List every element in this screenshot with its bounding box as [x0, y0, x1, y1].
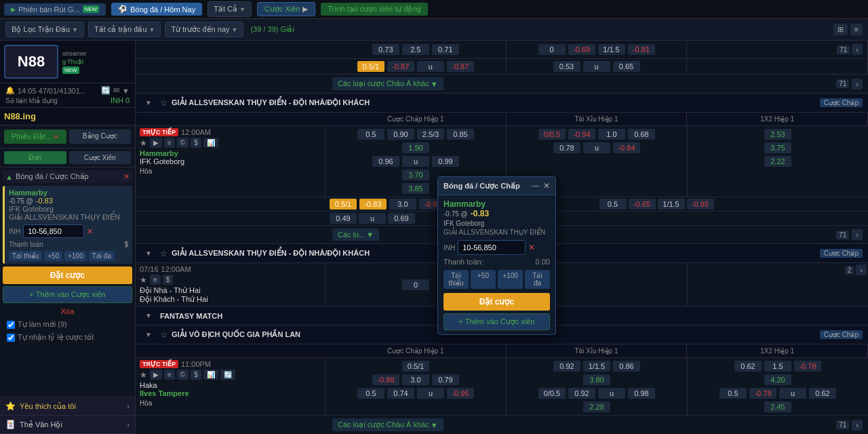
- odd-btn[interactable]: 2.53: [764, 129, 791, 140]
- odd-btn[interactable]: 0.79: [432, 374, 459, 385]
- odd-btn[interactable]: 0.49: [330, 213, 357, 224]
- play-btn[interactable]: ▶: [150, 138, 162, 148]
- odd-btn[interactable]: 2.28: [583, 401, 610, 412]
- tab-phieu-dat[interactable]: Phiếu Đặt... ✕: [4, 130, 66, 144]
- bet-amount-input[interactable]: [23, 224, 84, 238]
- odd-btn[interactable]: 2.5/3: [417, 129, 444, 140]
- popup-minimize-btn[interactable]: —: [532, 181, 539, 191]
- more-bets-btn[interactable]: Các loại cược Châu Á khác ▼: [332, 77, 443, 90]
- nav-btn-haka[interactable]: ›: [852, 420, 863, 431]
- odd-btn[interactable]: u: [583, 142, 610, 153]
- btn-max[interactable]: Tối đa: [89, 251, 115, 261]
- odd-btn[interactable]: 1.0: [598, 129, 625, 140]
- odd-btn[interactable]: 0.99: [432, 156, 459, 167]
- btn-plus50[interactable]: +50: [44, 251, 62, 261]
- subtab-don[interactable]: Đơn: [4, 151, 66, 164]
- odd-btn[interactable]: -0.87: [447, 61, 474, 72]
- odd-btn[interactable]: 0.92: [568, 388, 595, 399]
- odd-btn[interactable]: -0.83: [359, 199, 387, 210]
- league-tag-2[interactable]: Cược Chấp: [820, 249, 863, 258]
- grid-view-btn[interactable]: ⊞: [833, 24, 848, 35]
- odd-btn[interactable]: 0/0.5: [538, 129, 566, 140]
- highlighted-odd-btn[interactable]: 0.5/1: [330, 199, 357, 210]
- popup-btn-min[interactable]: Tối thiểu: [443, 270, 469, 289]
- auto-odds-checkbox[interactable]: Tự nhận tỷ lệ cược tốt: [3, 331, 132, 344]
- odd-btn[interactable]: 0/0.5: [538, 388, 566, 399]
- odd-btn[interactable]: -0.94: [568, 129, 595, 140]
- odd-btn[interactable]: 4.20: [764, 374, 791, 385]
- odd-btn[interactable]: -0.95: [447, 388, 474, 399]
- popup-amount-input[interactable]: [458, 240, 526, 255]
- odd-btn[interactable]: -0.78: [794, 361, 821, 372]
- odd-btn[interactable]: 0.74: [387, 388, 414, 399]
- odd-btn[interactable]: 2.5: [402, 44, 429, 55]
- list-btn[interactable]: ≡: [164, 138, 175, 148]
- btn-plus100[interactable]: +100: [64, 251, 87, 261]
- list-btn-3[interactable]: ≡: [164, 370, 175, 380]
- odd-btn[interactable]: 3.70: [402, 170, 429, 180]
- odd-btn[interactable]: 1.5: [764, 361, 791, 372]
- footer-yeu-thich[interactable]: ⭐ Yêu thích của tôi ›: [0, 397, 135, 416]
- list-view-btn[interactable]: ≡: [850, 24, 863, 35]
- dollar-btn-2[interactable]: $: [163, 275, 174, 285]
- nav-btn[interactable]: ›: [852, 79, 863, 90]
- popup-btn-100[interactable]: +100: [498, 270, 523, 289]
- popup-btn-50[interactable]: +50: [471, 270, 496, 289]
- dollar-btn-3[interactable]: $: [191, 370, 201, 380]
- match-star-icon-3[interactable]: ★: [140, 370, 147, 380]
- filter-tran-dau[interactable]: Bộ Lọc Trận Đấu ▼: [5, 22, 84, 37]
- odd-btn[interactable]: 0.96: [372, 156, 399, 167]
- delete-bet-btn[interactable]: Xóa: [3, 304, 132, 318]
- match-star-icon[interactable]: ★: [140, 138, 147, 148]
- odd-btn[interactable]: u: [402, 156, 429, 167]
- odd-btn[interactable]: -0.78: [749, 388, 776, 399]
- add-parlay-btn[interactable]: + Thêm vào Cược xiên: [3, 286, 132, 303]
- tab-cuoc-xien[interactable]: Cược Xiên ▶: [257, 2, 316, 16]
- odd-btn[interactable]: -0.87: [387, 61, 414, 72]
- match-star-icon-2[interactable]: ★: [140, 275, 147, 285]
- odd-btn[interactable]: 3.80: [583, 374, 610, 385]
- odd-btn[interactable]: 1/1.5: [598, 44, 625, 55]
- auto-refresh-checkbox[interactable]: Tự làm mới (9): [3, 318, 132, 331]
- place-bet-btn[interactable]: Đặt cược: [3, 267, 132, 284]
- league-tag[interactable]: Cược Chấp: [820, 98, 863, 107]
- btn-min[interactable]: Tối thiểu: [9, 251, 42, 261]
- chart-btn-3[interactable]: 📊: [203, 370, 218, 380]
- league-star-icon-3[interactable]: ☆: [160, 330, 167, 340]
- odd-btn[interactable]: -0.88: [372, 374, 399, 385]
- odd-btn[interactable]: 0.53: [553, 61, 580, 72]
- coin-btn[interactable]: ©: [177, 138, 189, 148]
- score-btn[interactable]: 0: [402, 279, 429, 290]
- odd-btn[interactable]: 3.85: [402, 183, 429, 194]
- odd-btn[interactable]: -0.65: [629, 199, 656, 210]
- close-bet-btn[interactable]: ✕: [123, 172, 130, 181]
- odd-btn[interactable]: 1.90: [402, 142, 429, 153]
- odd-btn[interactable]: -0.84: [613, 142, 640, 153]
- nav-btn-match[interactable]: ›: [856, 264, 867, 275]
- dropdown-all[interactable]: Tất Cả ▼: [208, 1, 252, 17]
- nav-next-btn[interactable]: ›: [852, 44, 863, 55]
- league-star-icon-2[interactable]: ☆: [160, 249, 167, 258]
- list-btn-2[interactable]: ≡: [150, 275, 161, 285]
- popup-btn-max[interactable]: Tối đa: [525, 270, 550, 289]
- league-tag-3[interactable]: Cược Chấp: [820, 330, 863, 339]
- odd-btn[interactable]: 0.5: [357, 129, 384, 140]
- odd-btn[interactable]: u: [359, 213, 386, 224]
- dollar-btn[interactable]: $: [191, 138, 201, 148]
- odd-btn[interactable]: 0.5: [357, 388, 384, 399]
- odd-btn[interactable]: 0.69: [388, 213, 415, 224]
- play-btn-3[interactable]: ▶: [150, 370, 162, 380]
- more-bets-btn-2[interactable]: Các lo... ▼: [332, 229, 379, 241]
- nav-btn-2[interactable]: ›: [852, 229, 863, 240]
- league-star-icon[interactable]: ☆: [160, 98, 167, 108]
- odd-btn[interactable]: 0.78: [553, 142, 580, 153]
- expand-btn-3[interactable]: ▼: [141, 328, 156, 341]
- expand-btn-2[interactable]: ▼: [141, 247, 156, 260]
- odd-btn[interactable]: 2.22: [764, 156, 791, 167]
- tab-phien-ban[interactable]: ▶ Phiên bán Rút G... NEW: [4, 3, 106, 16]
- odd-btn-highlighted[interactable]: 0.5/1: [357, 61, 384, 72]
- clear-amount-btn[interactable]: ✕: [87, 227, 93, 236]
- odd-btn[interactable]: -0.81: [628, 44, 655, 55]
- odd-btn[interactable]: 1/1.5: [583, 361, 610, 372]
- odd-btn[interactable]: 0.5/1: [402, 361, 429, 372]
